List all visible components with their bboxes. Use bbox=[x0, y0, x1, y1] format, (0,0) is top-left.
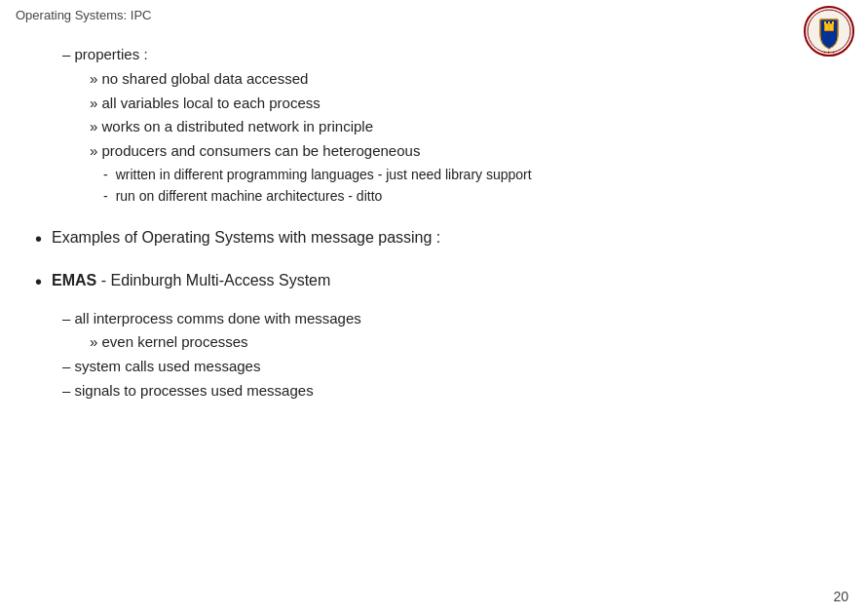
emas-sub2: – system calls used messages bbox=[62, 355, 810, 379]
emas-text: EMAS - Edinburgh Multi-Access System bbox=[52, 272, 330, 289]
slide-header: Operating Systems: IPC bbox=[16, 8, 151, 22]
emas-bullet: • EMAS - Edinburgh Multi-Access System bbox=[35, 272, 810, 293]
svg-text:✦ ✦ ✦: ✦ ✦ ✦ bbox=[823, 50, 835, 55]
bullet-dot: • bbox=[35, 271, 42, 293]
properties-heading: – properties : bbox=[62, 43, 810, 67]
list-item: » all variables local to each process bbox=[90, 92, 810, 116]
list-item: » no shared global data accessed bbox=[90, 67, 810, 92]
examples-bullet: • Examples of Operating Systems with mes… bbox=[35, 229, 810, 250]
bullet-dot: • bbox=[35, 228, 42, 250]
dash-item: - written in different programming langu… bbox=[103, 164, 810, 185]
header-title: Operating Systems: IPC bbox=[16, 8, 151, 22]
slide-content: – properties : » no shared global data a… bbox=[35, 43, 810, 403]
emas-sub3: – signals to processes used messages bbox=[62, 379, 810, 403]
list-item: » producers and consumers can be heterog… bbox=[90, 139, 810, 164]
emas-sub1-item: » even kernel processes bbox=[90, 330, 810, 355]
examples-text: Examples of Operating Systems with messa… bbox=[52, 229, 440, 247]
dash-item: - run on different machine architectures… bbox=[103, 185, 810, 207]
list-item: » works on a distributed network in prin… bbox=[90, 115, 810, 139]
page-number: 20 bbox=[833, 589, 849, 604]
svg-rect-3 bbox=[824, 21, 826, 24]
properties-list: » no shared global data accessed » all v… bbox=[90, 67, 810, 164]
sub-items-list: - written in different programming langu… bbox=[35, 164, 810, 208]
university-logo: ✦ ✦ ✦ bbox=[804, 6, 854, 57]
emas-sub1: – all interprocess comms done with messa… bbox=[62, 307, 810, 331]
svg-rect-5 bbox=[832, 21, 834, 24]
